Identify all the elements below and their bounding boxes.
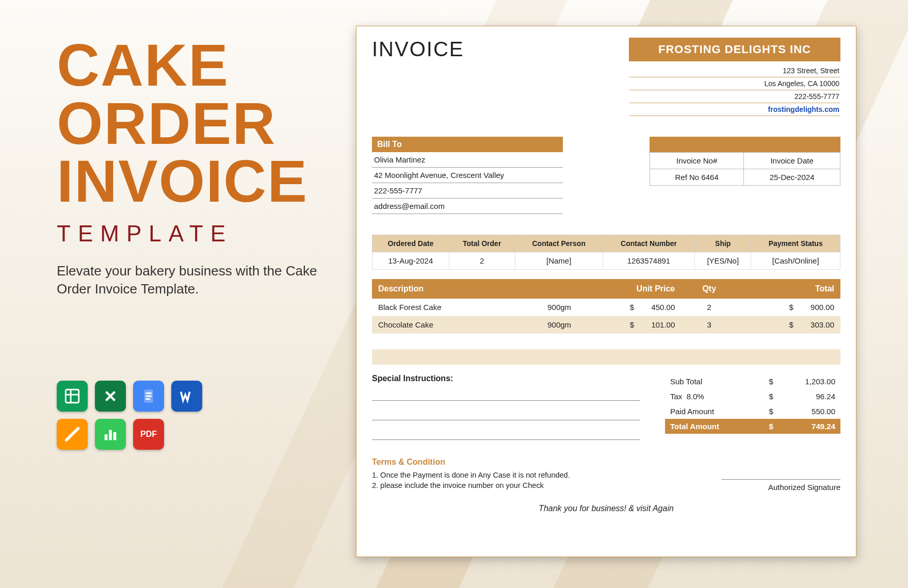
bill-to-address: 42 Moonlight Avenue, Crescent Valley [372,168,563,183]
promo-subhead: TEMPLATE [57,221,340,247]
terms-title: Terms & Condition [372,458,570,467]
google-sheets-icon [57,381,88,412]
totals-block: Sub Total$1,203.00 Tax 8.0%$96.24 Paid A… [665,374,840,447]
ih-unit: Unit Price [588,279,682,299]
ih-total: Total [737,279,840,299]
invoice-date-label: Invoice Date [744,153,840,169]
invoice-date: 25-Dec-2024 [744,169,840,186]
bill-to-name: Olivia Martinez [372,152,563,168]
excel-icon [95,381,126,412]
company-block: FROSTING DELIGHTS INC 123 Street, Street… [629,38,840,116]
ih-qty: Qty [681,279,737,299]
pages-icon [57,419,88,450]
invoice-sheet: INVOICE FROSTING DELIGHTS INC 123 Street… [356,26,856,557]
terms-line: 2. please include the invoice number on … [372,481,570,489]
svg-rect-0 [66,390,79,403]
invoice-meta: Invoice No# Invoice Date Ref No 6464 25-… [650,137,840,214]
headline-3: INVOICE [57,152,340,210]
oh-3: Contact Number [603,235,694,252]
google-docs-icon [133,381,164,412]
oh-4: Ship [695,235,751,252]
special-line [372,388,640,401]
special-instructions: Special Instructions: [372,374,665,447]
signature-block: Authorized Signature [722,479,840,492]
order-row: 13-Aug-2024 2 [Name] 1263574891 [YES/No]… [372,252,840,270]
bill-to-block: Bill To Olivia Martinez 42 Moonlight Ave… [372,137,563,214]
oh-5: Payment Status [751,235,840,252]
svg-rect-8 [109,430,112,440]
oh-1: Total Order [449,235,515,252]
special-label: Special Instructions: [372,374,665,383]
special-line [372,428,640,440]
promo-panel: CAKE ORDER INVOICE TEMPLATE Elevate your… [0,0,356,588]
signature-label: Authorized Signature [722,479,840,492]
ih-desc: Description [372,279,531,299]
items-table: Description Unit Price Qty Total Black F… [372,279,840,334]
svg-rect-7 [105,434,108,440]
invoice-ref: Ref No 6464 [650,169,744,186]
spacer-band [372,349,840,365]
invoice-preview-panel: INVOICE FROSTING DELIGHTS INC 123 Street… [356,0,908,588]
format-icons: PDF [57,381,232,450]
thank-you-text: Thank you for business! & visit Again [372,504,840,513]
company-name: FROSTING DELIGHTS INC [629,38,840,61]
bill-to-label: Bill To [372,137,563,152]
company-city: Los Angeles, CA 10000 [629,77,840,90]
terms-block: Terms & Condition 1. Once the Payment is… [372,458,570,492]
bill-to-phone: 222-555-7777 [372,183,563,199]
oh-2: Contact Person [515,235,603,252]
pdf-icon: PDF [133,419,164,450]
promo-headline: CAKE ORDER INVOICE [57,36,340,210]
item-row: Chocolate Cake 900gm $ 101.00 3 $ 303.00 [372,316,840,334]
grand-total-row: Total Amount$749.24 [665,419,840,434]
company-phone: 222-555-7777 [629,90,840,103]
company-street: 123 Street, Street [629,64,840,77]
headline-1: CAKE [57,36,340,94]
svg-rect-9 [113,432,117,440]
headline-2: ORDER [57,94,340,153]
invoice-title: INVOICE [372,38,464,61]
invoice-no-label: Invoice No# [650,153,744,169]
promo-tagline: Elevate your bakery business with the Ca… [57,262,340,298]
terms-line: 1. Once the Payment is done in Any Case … [372,471,570,479]
oh-0: Ordered Date [372,235,449,252]
bill-to-email: address@email.com [372,199,563,214]
word-icon [171,381,202,412]
item-row: Black Forest Cake 900gm $ 450.00 2 $ 900… [372,299,840,316]
special-line [372,408,640,420]
numbers-icon [95,419,126,450]
order-summary-table: Ordered Date Total Order Contact Person … [372,235,840,270]
company-website[interactable]: frostingdelights.com [629,103,840,116]
